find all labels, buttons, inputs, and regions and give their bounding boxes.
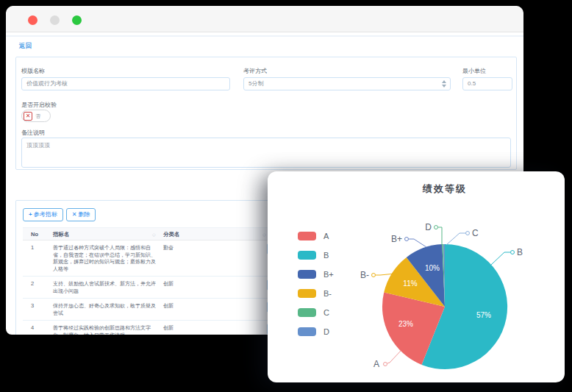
validation-label: 是否开启校验 xyxy=(21,101,57,109)
sort-icon[interactable]: ◇ xyxy=(262,232,266,237)
indicator-name: 善于通过各种方式突破个人局限：感悟和自省，自我否定；在错误中总结，学习新知识、新… xyxy=(53,240,156,276)
row-number: 3 xyxy=(31,302,34,309)
slice-callout-label: B+ xyxy=(391,234,402,244)
slice-callout-label: B xyxy=(517,247,523,257)
label-line-dot xyxy=(511,251,515,254)
indicator-toolbar: +参考指标 ✕删除 xyxy=(23,208,96,221)
x-icon: ✕ xyxy=(72,211,77,218)
zoom-window-button[interactable] xyxy=(72,15,82,25)
indicator-name: 保持开放心态、好奇心及求知欲，敢于质疑及尝试 xyxy=(53,299,156,320)
template-form-panel: 模版名称 价值观行为考核 考评方式 5分制 最小单位 0.5 是否开启校验 ✕ … xyxy=(15,57,517,170)
eval-method-label: 考评方式 xyxy=(243,67,267,75)
category-name: 创新 xyxy=(163,324,174,332)
content-divider xyxy=(6,35,523,37)
add-indicator-button[interactable]: +参考指标 xyxy=(23,208,63,221)
slice-callout-label: C xyxy=(472,228,479,238)
column-header: No xyxy=(31,231,38,238)
select-arrows-icon xyxy=(442,80,446,88)
label-line-dot xyxy=(384,363,387,366)
indicator-name: 支持、鼓励他人尝试新技术、新方法，并允许出现小问题 xyxy=(53,277,156,298)
label-line-dot xyxy=(405,238,409,241)
close-window-button[interactable] xyxy=(28,15,37,25)
column-header[interactable]: 分类名 xyxy=(163,231,180,238)
label-line xyxy=(446,233,465,245)
toggle-off-icon: ✕ xyxy=(24,112,32,121)
delete-button[interactable]: ✕删除 xyxy=(66,208,96,221)
slice-percent-label: 10% xyxy=(425,264,440,272)
label-line-dot xyxy=(466,232,470,235)
slice-percent-label: 11% xyxy=(403,279,417,288)
min-unit-label: 最小单位 xyxy=(462,67,486,75)
label-line-dot xyxy=(372,274,376,277)
eval-method-select[interactable]: 5分制 xyxy=(243,77,451,90)
performance-pie-chart[interactable]: 57%23%11%10%BAB-B+CD xyxy=(268,171,565,382)
minimize-window-button[interactable] xyxy=(50,15,60,25)
category-name: 创新 xyxy=(163,302,174,310)
label-line xyxy=(387,351,401,363)
performance-chart-card: 绩效等级 ABB+B-CD 57%23%11%10%BAB-B+CD xyxy=(268,171,565,382)
row-number: 1 xyxy=(31,244,34,251)
indicator-name: 善于将经过实践检验的创新思路和方法文字化、制度化，纳入日常工作流程 xyxy=(53,321,156,335)
column-header[interactable]: 指标名 xyxy=(53,231,70,238)
label-line xyxy=(491,252,510,265)
slice-callout-label: D xyxy=(425,222,432,232)
slice-percent-label: 57% xyxy=(476,311,491,319)
sort-icon[interactable]: ◇ xyxy=(152,232,156,237)
slice-callout-label: A xyxy=(373,359,379,369)
plus-icon: + xyxy=(29,211,32,218)
remark-textarea[interactable]: 顶顶顶顶 xyxy=(21,138,511,168)
label-line xyxy=(438,227,442,245)
back-link[interactable]: 返回 xyxy=(19,42,32,51)
row-number: 2 xyxy=(31,280,34,287)
window-titlebar xyxy=(6,6,523,32)
category-name: 创新 xyxy=(163,280,174,288)
label-line-dot xyxy=(435,226,438,229)
template-name-input[interactable]: 价值观行为考核 xyxy=(21,77,230,90)
category-name: 勤奋 xyxy=(163,244,174,252)
min-unit-input[interactable]: 0.5 xyxy=(462,77,512,90)
slice-percent-label: 23% xyxy=(398,320,413,328)
screenshot-stage: 返回 模版名称 价值观行为考核 考评方式 5分制 最小单位 0.5 是否开启校验… xyxy=(0,0,572,392)
remark-label: 备注说明 xyxy=(21,129,45,137)
toggle-state-label: 否 xyxy=(35,113,40,120)
validation-toggle[interactable]: ✕ 否 xyxy=(21,110,51,122)
row-number: 4 xyxy=(31,324,34,331)
slice-callout-label: B- xyxy=(360,270,369,280)
label-line xyxy=(409,239,426,247)
template-name-label: 模版名称 xyxy=(21,67,45,75)
